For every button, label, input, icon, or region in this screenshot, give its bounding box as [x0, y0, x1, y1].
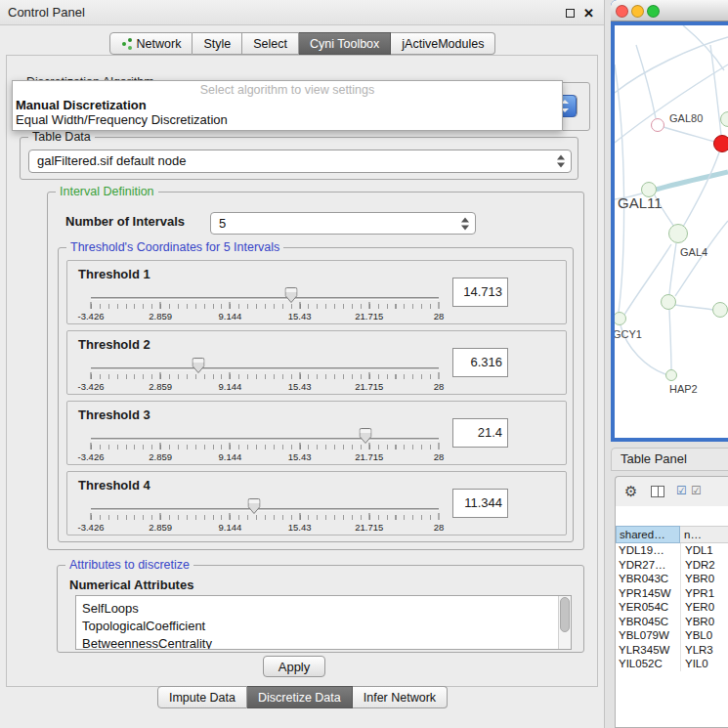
table-row[interactable]: YIL052CYIL0 — [616, 657, 728, 671]
attribute-items: SelfLoopsTopologicalCoefficientBetweenne… — [76, 596, 571, 650]
threshold-value-field[interactable]: 21.4 — [452, 418, 508, 448]
major-tick-icon — [299, 443, 300, 450]
attribute-item[interactable]: BetweennessCentrality — [76, 635, 571, 650]
network-node[interactable] — [651, 118, 664, 132]
table-cell: YDR27… — [616, 558, 680, 573]
table-panel-title: Table Panel — [621, 451, 687, 466]
network-window-titlebar[interactable] — [611, 0, 728, 21]
tab-discretize-data[interactable]: Discretize Data — [247, 686, 353, 708]
close-icon[interactable]: ✕ — [583, 7, 594, 20]
network-node[interactable] — [668, 224, 688, 243]
network-canvas[interactable]: GAL80GAL11GAL4GCY1HAP2 — [615, 25, 728, 438]
group-title: Threshold's Coordinates for 5 Intervals — [66, 240, 283, 254]
table-row[interactable]: YDR27…YDR2 — [616, 558, 728, 573]
columns-icon[interactable] — [651, 486, 664, 497]
network-node[interactable] — [665, 369, 677, 381]
tab-style[interactable]: Style — [193, 32, 242, 55]
column-header-shared-name[interactable]: shared… — [616, 526, 680, 543]
major-tick-icon — [91, 372, 92, 379]
slider-thumb[interactable] — [360, 428, 372, 444]
network-node[interactable] — [713, 135, 728, 152]
stepper-icon — [557, 155, 566, 168]
numerical-attributes-label: Numerical Attributes — [69, 578, 193, 592]
threshold-value-field[interactable]: 11.344 — [452, 489, 508, 518]
scale-label: 21.715 — [355, 311, 383, 321]
threshold-slider[interactable]: -3.4262.8599.14415.4321.71528 — [91, 355, 439, 394]
tab-infer-network[interactable]: Infer Network — [353, 686, 448, 708]
float-window-icon[interactable] — [566, 9, 575, 18]
table-cell: YBL0 — [680, 628, 728, 643]
network-node-label: GAL4 — [680, 246, 707, 258]
major-tick-icon — [368, 372, 369, 379]
table-body: shared… n… YDL19…YDL1YDR27…YDR2YBR043CYB… — [616, 506, 728, 727]
slider-thumb[interactable] — [193, 358, 205, 373]
threshold-panel: Threshold 1 -3.4262.8599.14415.4321.7152… — [66, 260, 567, 324]
scale-label: 2.859 — [149, 451, 172, 462]
tab-select[interactable]: Select — [242, 32, 299, 55]
slider-ticks-icon — [91, 304, 439, 309]
major-tick-icon — [160, 443, 161, 450]
dropdown-item-manual-discretization[interactable]: Manual Discretization — [13, 98, 562, 112]
list-scrollbar[interactable] — [558, 596, 571, 649]
scrollbar-thumb[interactable] — [560, 597, 570, 632]
table-row[interactable]: YBR045CYBR0 — [616, 615, 728, 629]
table-row[interactable]: YBL079WYBL0 — [616, 628, 728, 643]
network-node[interactable] — [712, 302, 728, 318]
number-of-intervals-select[interactable]: 5 — [210, 212, 476, 235]
attribute-item[interactable]: TopologicalCoefficient — [76, 618, 571, 635]
select-none-icon[interactable]: ☑ — [691, 484, 702, 497]
threshold-slider[interactable]: -3.4262.8599.14415.4321.71528 — [91, 425, 439, 464]
network-node[interactable] — [661, 294, 676, 310]
slider-track — [91, 367, 439, 370]
table-cell: YBR043C — [616, 572, 680, 586]
scale-label: 21.715 — [355, 381, 383, 392]
column-header-name[interactable]: n… — [680, 526, 728, 543]
slider-track — [91, 438, 439, 441]
dropdown-item-equal-width-frequency[interactable]: Equal Width/Frequency Discretization — [13, 112, 562, 127]
slider-thumb[interactable] — [285, 287, 298, 303]
table-cell: YPR1 — [680, 586, 728, 601]
major-tick-icon — [368, 513, 369, 520]
table-panel-titlebar[interactable]: Table Panel — [611, 448, 728, 471]
table-toolbar: ⚙ ☑ ☑ — [616, 477, 728, 506]
table-row[interactable]: YER054CYER0 — [616, 600, 728, 615]
table-cell: YPR145W — [616, 586, 680, 601]
interval-definition-group: Interval Definition Number of Intervals … — [47, 192, 584, 550]
minimize-traffic-icon[interactable] — [631, 5, 644, 18]
control-panel-titlebar[interactable]: Control Panel ✕ — [0, 0, 604, 25]
table-row[interactable]: YDL19…YDL1 — [616, 543, 728, 558]
table-panel-window: ⚙ ☑ ☑ shared… n… YDL19…YDL1YDR27…YDR2YBR… — [615, 476, 728, 728]
tab-cyni-toolbox[interactable]: Cyni Toolbox — [299, 32, 391, 55]
major-tick-icon — [439, 302, 440, 309]
slider-track — [91, 297, 439, 300]
slider-thumb[interactable] — [248, 498, 261, 514]
tab-network[interactable]: Network — [109, 32, 193, 55]
tab-jactivemodules[interactable]: jActiveModules — [391, 32, 495, 55]
table-row[interactable]: YBR043CYBR0 — [616, 572, 728, 586]
threshold-value-field[interactable]: 14.713 — [452, 278, 508, 307]
gear-icon[interactable]: ⚙ — [624, 483, 637, 500]
apply-button[interactable]: Apply — [263, 656, 325, 677]
threshold-slider[interactable]: -3.4262.8599.14415.4321.71528 — [91, 284, 439, 323]
table-cell: YBR0 — [680, 615, 728, 629]
threshold-panel: Threshold 2 -3.4262.8599.14415.4321.7152… — [66, 330, 567, 395]
zoom-traffic-icon[interactable] — [647, 5, 660, 18]
scale-label: 9.144 — [219, 311, 242, 321]
control-panel-window: Control Panel ✕ NetworkStyleSelectCyni T… — [0, 0, 605, 728]
major-tick-icon — [439, 513, 440, 520]
close-traffic-icon[interactable] — [616, 5, 628, 18]
number-of-intervals-label: Number of Intervals — [65, 214, 185, 229]
numerical-attributes-list[interactable]: SelfLoopsTopologicalCoefficientBetweenne… — [75, 595, 572, 650]
table-row[interactable]: YPR145WYPR1 — [616, 586, 728, 601]
major-tick-icon — [368, 443, 369, 450]
attribute-item[interactable]: SelfLoops — [76, 600, 571, 618]
threshold-value-field[interactable]: 6.316 — [452, 348, 508, 377]
table-data-select[interactable]: galFiltered.sif default node — [28, 150, 572, 173]
tab-impute-data[interactable]: Impute Data — [157, 686, 247, 708]
threshold-slider[interactable]: -3.4262.8599.14415.4321.71528 — [91, 495, 439, 535]
select-all-icon[interactable]: ☑ — [676, 484, 687, 497]
thresholds-group: Threshold's Coordinates for 5 Intervals … — [58, 247, 574, 542]
table-row[interactable]: YLR345WYLR3 — [616, 643, 728, 658]
cyni-bottom-tabs: Impute DataDiscretize DataInfer Network — [0, 686, 605, 708]
control-panel-tabs: NetworkStyleSelectCyni ToolboxjActiveMod… — [0, 32, 605, 55]
